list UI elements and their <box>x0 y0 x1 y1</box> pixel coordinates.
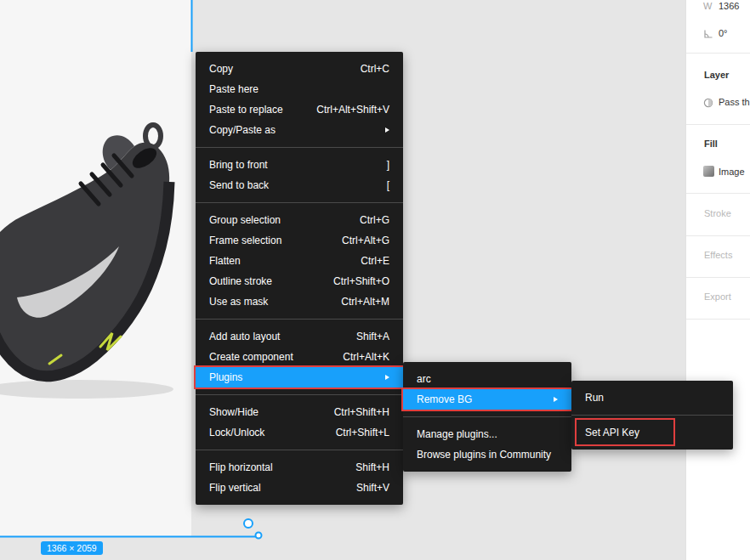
menu-item-shortcut: Shift+V <box>336 482 389 494</box>
menu-item-use-as-mask[interactable]: Use as maskCtrl+Alt+M <box>196 291 403 312</box>
menu-item-label: Paste to replace <box>209 104 283 116</box>
menu-item-shortcut: Ctrl+Shift+L <box>315 427 389 438</box>
selection-handle[interactable] <box>244 519 253 528</box>
menu-item-copy-paste-as[interactable]: Copy/Paste as <box>196 120 403 140</box>
width-row: W 1366 <box>686 0 750 14</box>
menu-item-send-to-back[interactable]: Send to back[ <box>196 175 403 195</box>
layer-section-title: Layer <box>704 70 729 80</box>
menu-item-label: Run <box>585 392 604 404</box>
menu-item-label: Outline stroke <box>209 275 272 287</box>
menu-item-flip-horizontal[interactable]: Flip horizontalShift+H <box>196 457 403 478</box>
menu-item-shortcut: Ctrl+Alt+K <box>322 351 389 363</box>
menu-item-shortcut: Shift+H <box>335 461 389 473</box>
context-menu: CopyCtrl+CPaste herePaste to replaceCtrl… <box>196 52 403 505</box>
menu-separator <box>403 410 571 424</box>
panel-divider <box>686 53 750 54</box>
menu-item-flatten[interactable]: FlattenCtrl+E <box>196 251 403 271</box>
menu-item-label: Manage plugins... <box>417 428 497 440</box>
fill-row[interactable]: Image <box>686 166 750 179</box>
fill-image-thumbnail[interactable] <box>703 166 714 177</box>
menu-item-label: Use as mask <box>209 296 268 308</box>
menu-item-paste-here[interactable]: Paste here <box>196 79 403 99</box>
menu-item-manage-plugins[interactable]: Manage plugins... <box>403 424 571 444</box>
menu-item-set-api-key[interactable]: Set API Key <box>571 422 733 443</box>
menu-item-label: Add auto layout <box>209 331 280 342</box>
menu-item-label: Browse plugins in Community <box>417 449 551 461</box>
menu-item-run[interactable]: Run <box>571 387 733 408</box>
menu-item-create-component[interactable]: Create componentCtrl+Alt+K <box>196 347 403 367</box>
menu-separator <box>196 443 403 457</box>
properties-panel: W 1366 0° Layer Pass th Fill Image Strok… <box>685 0 750 560</box>
menu-item-shortcut: Shift+A <box>336 331 389 342</box>
panel-divider <box>686 235 750 236</box>
menu-item-label: Copy <box>209 63 233 75</box>
menu-item-label: Paste here <box>209 83 259 95</box>
shoe-image[interactable] <box>0 119 191 404</box>
panel-divider <box>686 319 750 320</box>
submenu-arrow-icon <box>385 375 389 380</box>
menu-item-remove-bg[interactable]: Remove BG <box>403 389 571 410</box>
menu-item-browse-plugins-in-community[interactable]: Browse plugins in Community <box>403 444 571 465</box>
rotation-input[interactable]: 0° <box>719 28 728 38</box>
fill-section-title: Fill <box>704 139 718 149</box>
menu-item-shortcut: Ctrl+Shift+O <box>313 275 389 287</box>
menu-separator <box>196 312 403 326</box>
width-input[interactable]: 1366 <box>719 1 739 11</box>
menu-item-shortcut: Ctrl+Alt+G <box>321 235 389 246</box>
menu-item-group-selection[interactable]: Group selectionCtrl+G <box>196 210 403 230</box>
rotation-angle-icon <box>703 29 713 39</box>
menu-item-label: Show/Hide <box>209 406 259 418</box>
export-section-title: Export <box>704 291 731 302</box>
menu-item-label: Frame selection <box>209 235 281 246</box>
panel-divider <box>686 193 750 194</box>
menu-item-label: Create component <box>209 351 293 363</box>
menu-item-label: Copy/Paste as <box>209 124 276 136</box>
stroke-section-title: Stroke <box>704 208 731 218</box>
menu-item-frame-selection[interactable]: Frame selectionCtrl+Alt+G <box>196 230 403 251</box>
selection-corner-handle[interactable] <box>256 533 262 539</box>
canvas-frame[interactable] <box>0 0 191 536</box>
menu-item-copy[interactable]: CopyCtrl+C <box>196 59 403 79</box>
menu-item-add-auto-layout[interactable]: Add auto layoutShift+A <box>196 326 403 347</box>
submenu-arrow-icon <box>385 127 389 133</box>
menu-separator <box>196 195 403 210</box>
panel-divider <box>686 277 750 278</box>
removebg-submenu: RunSet API Key <box>571 381 733 450</box>
menu-item-shortcut: Ctrl+G <box>339 214 389 226</box>
menu-item-arc[interactable]: arc <box>403 369 571 389</box>
menu-separator <box>196 387 403 402</box>
menu-item-lock-unlock[interactable]: Lock/UnlockCtrl+Shift+L <box>196 422 403 443</box>
menu-item-label: Group selection <box>209 214 281 226</box>
menu-item-shortcut: Ctrl+C <box>340 63 389 75</box>
menu-item-plugins[interactable]: Plugins <box>196 367 403 387</box>
menu-item-outline-stroke[interactable]: Outline strokeCtrl+Shift+O <box>196 271 403 291</box>
menu-item-label: Bring to front <box>209 159 268 171</box>
submenu-arrow-icon <box>554 397 558 402</box>
menu-item-label: Remove BG <box>417 393 472 405</box>
menu-item-shortcut: Ctrl+Alt+Shift+V <box>296 104 389 116</box>
menu-item-shortcut: Ctrl+Alt+M <box>321 296 389 308</box>
plugins-submenu: arcRemove BGManage plugins...Browse plug… <box>403 362 571 472</box>
menu-item-label: Send to back <box>209 179 269 191</box>
menu-item-show-hide[interactable]: Show/HideCtrl+Shift+H <box>196 402 403 422</box>
blend-mode-icon <box>703 98 713 108</box>
fill-type-value[interactable]: Image <box>719 167 745 177</box>
menu-item-shortcut: Ctrl+Shift+H <box>314 406 389 418</box>
rotation-row: 0° <box>686 27 750 41</box>
menu-item-shortcut: Ctrl+E <box>340 255 389 267</box>
menu-item-flip-vertical[interactable]: Flip verticalShift+V <box>196 478 403 498</box>
menu-item-label: Set API Key <box>585 427 639 438</box>
menu-item-label: Flatten <box>209 255 241 267</box>
blend-mode-row[interactable]: Pass th <box>686 96 750 110</box>
menu-separator <box>571 408 733 422</box>
menu-item-label: Lock/Unlock <box>209 427 264 438</box>
menu-item-paste-to-replace[interactable]: Paste to replaceCtrl+Alt+Shift+V <box>196 99 403 120</box>
width-label: W <box>703 1 712 11</box>
menu-item-label: Flip vertical <box>209 482 261 494</box>
menu-item-label: Plugins <box>209 371 242 383</box>
menu-separator <box>196 140 403 155</box>
selection-size-badge: 1366 × 2059 <box>41 541 103 555</box>
menu-item-bring-to-front[interactable]: Bring to front] <box>196 155 403 175</box>
menu-item-shortcut: ] <box>366 159 389 171</box>
blend-mode-value[interactable]: Pass th <box>719 97 750 107</box>
